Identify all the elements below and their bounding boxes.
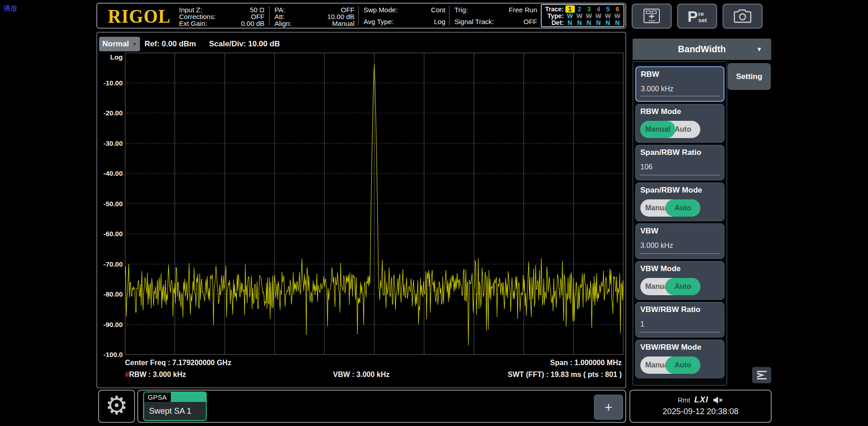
vbw-mode-toggle[interactable]: Manual Auto	[640, 278, 700, 295]
sidebar-card-span-rbw-ratio[interactable]: Span/RBW Ratio 106	[635, 145, 724, 180]
sidebar-card-rbw-mode[interactable]: RBW Mode Manual Auto	[635, 104, 724, 143]
preset-text: re set	[698, 11, 707, 24]
preset-p-glyph: P	[688, 9, 698, 24]
trace-6-selector[interactable]: 6	[613, 5, 622, 13]
sidebar-card-rbw[interactable]: RBW 3.000 kHz	[635, 66, 724, 102]
add-app-button[interactable]: +	[594, 395, 623, 420]
toggle-option-auto[interactable]: Auto	[665, 199, 700, 217]
input-z-value: 50 Ω	[250, 6, 264, 13]
swp-mode-label: Swp Mode:	[364, 6, 398, 13]
type-row-label: Type:	[543, 12, 564, 20]
divider	[269, 6, 269, 25]
preset-button[interactable]: P re set	[677, 4, 717, 29]
trace-5-type: W	[603, 12, 613, 20]
menu-chevron-icon	[755, 369, 768, 381]
signal-track-label: Signal Track:	[454, 18, 494, 25]
status-header-panel: RIGOL Input Z:50 Ω Corrections:OFF Ext G…	[96, 3, 626, 29]
avg-type-label: Avg Type:	[364, 18, 394, 25]
trace-5-selector[interactable]: 5	[603, 5, 613, 13]
span-readout[interactable]: Span : 1.000000 MHz	[550, 359, 622, 367]
value-underline	[639, 175, 720, 175]
sidebar-card-vbw-rbw-ratio[interactable]: VBW/RBW Ratio 1	[635, 302, 724, 337]
sidebar-card-vbw-rbw-mode[interactable]: VBW/RBW Mode Manual Auto	[635, 340, 724, 378]
remote-status-label: Rmt	[678, 396, 690, 404]
toggle-option-manual[interactable]: Manual	[640, 121, 675, 138]
lxi-logo: LXI	[694, 395, 708, 405]
y-axis-tick: -90.00	[97, 321, 123, 328]
y-axis-tick: -80.00	[97, 290, 123, 298]
rbw-value: 3.000 kHz	[641, 84, 719, 94]
y-axis-tick: -100.0	[97, 351, 123, 358]
spectrum-trace-svg	[125, 53, 624, 355]
rbw-mode-label: RBW Mode	[640, 107, 719, 117]
det-row-label: Det:	[543, 19, 564, 26]
camera-icon	[733, 9, 753, 24]
span-rbw-mode-toggle[interactable]: Manual Auto	[640, 199, 700, 217]
rbw-mode-toggle[interactable]: Manual Auto	[640, 121, 700, 138]
vbw-rbw-mode-toggle[interactable]: Manual Auto	[640, 357, 700, 374]
menu-title-dropdown[interactable]: BandWidth ▼	[633, 39, 771, 60]
system-menu-button[interactable]: ⚙	[98, 390, 135, 423]
y-axis-tick: -40.00	[97, 169, 123, 177]
menu-title-label: BandWidth	[678, 44, 726, 54]
trace-3-selector[interactable]: 3	[584, 5, 594, 13]
multi-view-button[interactable]: view	[632, 4, 672, 29]
input-z-label: Input Z:	[179, 6, 202, 13]
corrections-label: Corrections:	[179, 13, 216, 20]
att-label: Att:	[274, 13, 285, 20]
vbw-readout[interactable]: VBW : 3.000 kHz	[333, 371, 389, 379]
value-underline	[639, 253, 720, 254]
trigger-settings-group: Trig:Free Run Signal Track:OFF	[454, 6, 537, 25]
trace-6-type: W	[613, 12, 622, 20]
menu-collapse-button[interactable]	[752, 367, 771, 383]
divider	[449, 6, 449, 25]
app-tab-swept-sa[interactable]: GPSA Swept SA 1	[143, 391, 207, 421]
trace-3-detector: N	[584, 19, 594, 26]
vbw-mode-label: VBW Mode	[640, 264, 719, 274]
bandwidth-menu-column: RBW 3.000 kHz RBW Mode Manual Auto Span/…	[633, 61, 727, 386]
toggle-option-auto[interactable]: Auto	[665, 278, 700, 295]
trig-value: Free Run	[509, 6, 537, 13]
span-rbw-ratio-label: Span/RBW Ratio	[640, 148, 719, 158]
ext-gain-label: Ext Gain:	[179, 20, 207, 27]
sweep-time-readout[interactable]: SWT (FFT) : 19.83 ms ( pts : 801 )	[508, 371, 622, 379]
swp-mode-value: Cont	[431, 6, 445, 13]
vbw-rbw-ratio-value: 1	[640, 320, 719, 329]
y-axis-tick: -10.00	[97, 79, 123, 87]
sidebar-card-span-rbw-mode[interactable]: Span/RBW Mode Manual Auto	[635, 183, 724, 221]
screenshot-button[interactable]	[723, 4, 763, 29]
value-underline	[640, 96, 720, 96]
status-clock-panel: Rmt LXI 2025-09-12 20:38:08	[629, 390, 772, 423]
trace-row-label: Trace:	[543, 5, 564, 13]
y-axis-tick: -20.00	[97, 109, 123, 117]
trace-2-selector[interactable]: 2	[575, 5, 584, 13]
y-axis-tick: -60.00	[97, 230, 123, 238]
trace-2-detector: N	[575, 19, 584, 26]
center-freq-readout[interactable]: Center Freq : 7.179200000 GHz	[125, 359, 231, 367]
signal-track-value: OFF	[524, 18, 537, 25]
tab-accent-fill	[171, 392, 206, 402]
divider	[358, 6, 359, 25]
vbw-rbw-mode-label: VBW/RBW Mode	[640, 342, 719, 352]
pa-value: OFF	[341, 6, 354, 13]
amplitude-settings-group: PA:OFF Att:10.00 dB Align:Manual	[274, 6, 354, 25]
toggle-option-auto[interactable]: Auto	[665, 357, 700, 374]
chevron-down-icon: ▼	[133, 42, 137, 46]
scale-per-div-readout: Scale/Div: 10.00 dB	[209, 40, 280, 49]
datetime-readout: 2025-09-12 20:38:08	[630, 407, 771, 416]
trace-mode-dropdown[interactable]: Normal ▼	[99, 37, 140, 51]
vbw-value: 3.000 kHz	[640, 241, 719, 250]
sweep-settings-group: Swp Mode:Cont Avg Type:Log	[364, 6, 445, 25]
trace-5-detector: N	[603, 19, 613, 26]
y-axis-scale-type-label: Log	[97, 53, 123, 61]
trace-indicator-box[interactable]: Trace: 1 2 3 4 5 6 Type: W W W W W W Det…	[541, 4, 624, 27]
sidebar-card-vbw[interactable]: VBW 3.000 kHz	[635, 223, 724, 259]
svg-text:view: view	[649, 19, 655, 22]
sidebar-card-vbw-mode[interactable]: VBW Mode Manual Auto	[635, 261, 724, 300]
trace-4-selector[interactable]: 4	[594, 5, 603, 13]
trace-6-detector: N	[613, 19, 622, 26]
tab-setting[interactable]: Setting	[728, 63, 771, 90]
trace-1-selector[interactable]: 1	[565, 5, 575, 13]
rbw-readout[interactable]: #RBW : 3.000 kHz	[125, 371, 186, 379]
chevron-down-icon: ▼	[756, 46, 762, 53]
